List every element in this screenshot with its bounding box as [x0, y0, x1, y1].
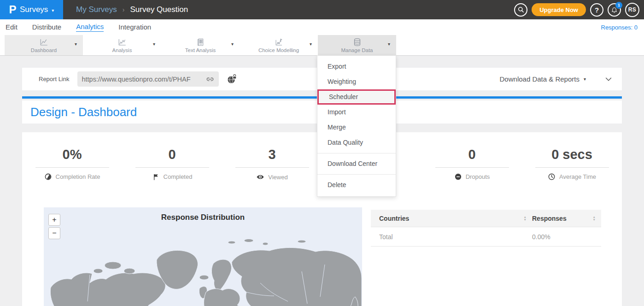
column-label: Responses: [532, 215, 567, 222]
caret-down-icon[interactable]: ▾: [388, 41, 390, 47]
sort-icon: ▲▼: [524, 216, 527, 221]
download-data-reports-dropdown[interactable]: Download Data & Reports: [500, 75, 580, 83]
table-row-total: Total 0.00%: [371, 227, 601, 247]
stat-value: 0%: [22, 145, 122, 164]
menu-item-data-quality[interactable]: Data Quality: [317, 135, 396, 150]
column-label: Countries: [379, 215, 409, 222]
stat-completed: 0 Completed: [122, 145, 222, 181]
menu-item-delete[interactable]: Delete: [317, 177, 396, 193]
report-link-label: Report Link: [39, 76, 69, 82]
report-link-field[interactable]: https://www.questionpro.com/t/PHAF: [77, 71, 219, 87]
divider: [35, 167, 109, 168]
tab-dashboard[interactable]: Dashboard ▾: [5, 35, 83, 55]
table-header: Countries ▲▼ Responses ▲▼: [371, 210, 601, 227]
nav-item-distribute[interactable]: Distribute: [32, 23, 61, 32]
stat-average-time: 0 secs Average Time: [522, 145, 622, 181]
analytics-toolbar: Dashboard ▾ Analysis ▾ Text Analysis ▾: [0, 35, 644, 56]
caret-down-icon[interactable]: ▾: [310, 41, 312, 47]
minus-circle-icon: [454, 173, 462, 181]
question-mark-icon: ?: [595, 6, 599, 14]
survey-section-nav: Edit Distribute Analytics Integration Re…: [0, 19, 644, 35]
tab-analysis[interactable]: Analysis ▾: [83, 35, 161, 55]
stat-value: 3: [222, 145, 322, 164]
breadcrumb-survey-name: Survey Question: [130, 5, 188, 14]
menu-item-merge[interactable]: Merge: [317, 120, 396, 135]
product-name: Surveys: [20, 5, 48, 14]
stat-value: 0: [422, 145, 522, 164]
sort-icon: ▲▼: [593, 216, 596, 221]
stat-label: Viewed: [268, 174, 287, 181]
globe-lock-icon: [226, 73, 238, 85]
menu-separator: [317, 153, 396, 153]
manage-data-menu: Export Weighting Scheduler Import Merge …: [317, 55, 396, 197]
caret-down-icon[interactable]: ▾: [584, 76, 586, 82]
divider: [435, 167, 509, 168]
divider: [235, 167, 309, 168]
menu-item-scheduler[interactable]: Scheduler: [317, 89, 396, 105]
chevron-down-icon: [604, 75, 613, 83]
half-circle-icon: [44, 173, 52, 181]
eye-icon: [256, 173, 264, 181]
menu-item-weighting[interactable]: Weighting: [317, 74, 396, 89]
tab-label: Text Analysis: [185, 47, 216, 53]
tab-label: Analysis: [112, 47, 132, 53]
stat-viewed: 3 Viewed: [222, 145, 322, 181]
help-button[interactable]: ?: [590, 3, 603, 17]
tab-text-analysis[interactable]: Text Analysis ▾: [161, 35, 240, 55]
user-avatar[interactable]: RS: [625, 3, 639, 17]
cell-country: Total: [371, 233, 532, 241]
response-distribution-map[interactable]: Response Distribution + −: [44, 207, 362, 306]
search-button[interactable]: [514, 3, 527, 17]
countries-table: Countries ▲▼ Responses ▲▼ Total 0.00%: [371, 210, 601, 247]
nav-item-integration[interactable]: Integration: [118, 23, 151, 32]
top-bar: P Surveys ▾ My Surveys › Survey Question…: [0, 0, 644, 19]
breadcrumb: My Surveys › Survey Question: [76, 5, 188, 14]
tab-manage-data[interactable]: Manage Data ▾: [318, 35, 396, 55]
upgrade-now-button[interactable]: Upgrade Now: [532, 3, 586, 16]
caret-down-icon[interactable]: ▾: [231, 41, 234, 47]
stat-value: 0: [122, 145, 222, 164]
report-link-url: https://www.questionpro.com/t/PHAF: [82, 76, 205, 83]
nav-item-edit[interactable]: Edit: [6, 23, 18, 32]
menu-item-export[interactable]: Export: [317, 59, 396, 74]
caret-down-icon: ▾: [52, 8, 54, 13]
menu-item-download-center[interactable]: Download Center: [317, 156, 396, 171]
column-header-responses[interactable]: Responses ▲▼: [532, 215, 601, 222]
stat-label: Average Time: [559, 173, 596, 180]
link-privacy-button[interactable]: [226, 73, 238, 85]
breadcrumb-separator-icon: ›: [123, 6, 125, 13]
tab-label: Choice Modelling: [258, 47, 299, 53]
caret-down-icon[interactable]: ▾: [153, 41, 155, 47]
menu-item-import[interactable]: Import: [317, 105, 396, 120]
clock-icon: [548, 173, 556, 181]
link-icon: [205, 75, 215, 84]
topbar-actions: Upgrade Now ? 1 RS: [514, 0, 639, 19]
stat-label: Completion Rate: [56, 173, 100, 180]
caret-down-icon[interactable]: ▾: [75, 41, 77, 47]
database-icon: [352, 37, 362, 47]
notifications-button[interactable]: 1: [608, 3, 621, 17]
stat-completion-rate: 0% Completion Rate: [22, 145, 122, 181]
stat-dropouts: 0 Dropouts: [422, 145, 522, 181]
notification-badge: 1: [615, 2, 622, 9]
divider: [135, 167, 209, 168]
responses-count: Responses: 0: [601, 24, 638, 31]
stat-label: Dropouts: [466, 173, 490, 180]
nav-item-analytics[interactable]: Analytics: [76, 23, 104, 32]
search-icon: [517, 6, 525, 13]
tab-choice-modelling[interactable]: Choice Modelling ▾: [240, 35, 318, 55]
zoom-in-button[interactable]: +: [48, 214, 60, 226]
breadcrumb-my-surveys[interactable]: My Surveys: [76, 5, 117, 14]
stat-value: 0 secs: [522, 145, 622, 164]
stat-label: Completed: [164, 173, 193, 180]
surveys-product-menu[interactable]: P Surveys ▾: [0, 0, 63, 19]
cell-responses: 0.00%: [532, 233, 601, 241]
divider: [535, 167, 609, 168]
tab-label: Manage Data: [341, 47, 373, 53]
flag-icon: [152, 173, 160, 181]
line-chart-icon: [39, 37, 49, 47]
questionpro-analytics-dashboard: P Surveys ▾ My Surveys › Survey Question…: [0, 0, 644, 306]
column-header-countries[interactable]: Countries ▲▼: [371, 215, 532, 222]
collapse-section-button[interactable]: [604, 75, 613, 83]
world-map[interactable]: [44, 228, 362, 306]
